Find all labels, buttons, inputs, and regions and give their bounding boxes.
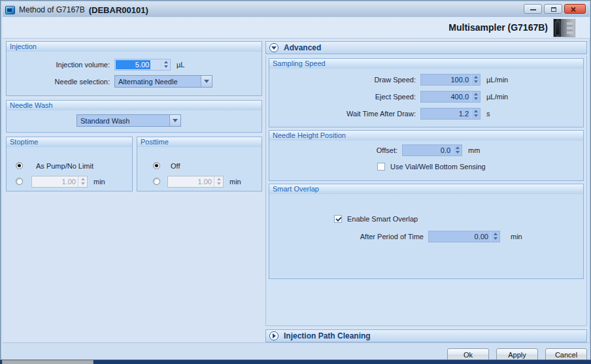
spin-down-icon — [474, 97, 478, 100]
posttime-time-stepper — [214, 176, 223, 187]
needle-height-section: Needle Height Position Offset: 0.0 mm Us… — [269, 130, 584, 181]
advanced-title: Advanced — [284, 43, 321, 52]
offset-value: 0.0 — [403, 145, 452, 156]
draw-speed-value: 100.0 — [421, 74, 471, 85]
spin-up-icon — [81, 178, 85, 180]
eject-speed-input[interactable]: 400.0 — [420, 91, 481, 103]
spin-up-icon — [494, 233, 498, 235]
window-title-id: (DEBAR00101) — [89, 5, 148, 15]
stoptime-aspump-label: As Pump/No Limit — [36, 162, 93, 170]
spin-up-icon — [474, 110, 478, 112]
injection-volume-unit: µL — [177, 61, 184, 69]
stoptime-time-input: 1.00 — [31, 176, 88, 188]
collapse-icon[interactable] — [269, 43, 279, 52]
injection-section-title: Injection — [7, 42, 262, 52]
spin-down-icon — [81, 182, 85, 185]
after-period-input[interactable]: 0.00 — [428, 231, 500, 242]
window-controls — [524, 4, 586, 14]
offset-input[interactable]: 0.0 — [402, 144, 462, 156]
background-window-edge — [2, 360, 93, 364]
apply-button[interactable]: Apply — [496, 348, 538, 360]
posttime-section-title: Posttime — [137, 137, 262, 147]
expand-icon[interactable] — [269, 331, 279, 340]
needle-wash-dropdown[interactable]: Standard Wash — [76, 114, 181, 127]
smart-overlap-section: Smart Overlap Enable Smart Overlap After… — [269, 184, 584, 279]
spin-down-icon — [494, 237, 498, 240]
wait-time-label: Wait Time After Draw: — [273, 110, 416, 118]
injection-volume-input[interactable]: 5.00 — [114, 59, 171, 71]
needle-wash-section-title: Needle Wash — [7, 101, 262, 110]
spin-up-icon — [217, 178, 221, 180]
posttime-off-label: Off — [171, 162, 180, 170]
app-icon — [5, 6, 15, 14]
eject-speed-stepper[interactable] — [471, 91, 480, 102]
needle-selection-dropdown[interactable]: Alternating Needle — [114, 75, 212, 88]
device-header: Multisampler (G7167B) — [3, 17, 590, 39]
stoptime-time-radio[interactable] — [16, 178, 23, 185]
instrument-image — [553, 18, 575, 37]
device-title: Multisampler (G7167B) — [448, 22, 548, 33]
needle-wash-section: Needle Wash Standard Wash — [6, 100, 262, 133]
offset-label: Offset: — [273, 146, 397, 154]
stoptime-unit: min — [93, 178, 105, 186]
maximize-icon — [551, 7, 556, 12]
needle-wash-value: Standard Wash — [77, 117, 169, 125]
wait-time-input[interactable]: 1.2 — [420, 108, 481, 120]
window-title: Method of G7167B — [19, 5, 85, 14]
needle-wash-dropdown-button[interactable] — [169, 115, 180, 126]
advanced-panel: Sampling Speed Draw Speed: 100.0 µL/min … — [265, 56, 587, 326]
stoptime-section-title: Stoptime — [7, 137, 132, 147]
wait-time-unit: s — [486, 110, 490, 118]
draw-speed-stepper[interactable] — [471, 74, 480, 85]
draw-speed-label: Draw Speed: — [273, 76, 416, 84]
ok-button[interactable]: Ok — [447, 348, 489, 360]
spin-up-icon — [456, 146, 460, 149]
stoptime-section: Stoptime As Pump/No Limit 1.00 min — [6, 137, 133, 191]
draw-speed-unit: µL/min — [486, 76, 508, 84]
eject-speed-value: 400.0 — [421, 91, 471, 102]
minimize-button[interactable] — [524, 4, 542, 14]
needle-selection-value: Alternating Needle — [115, 78, 201, 86]
posttime-unit: min — [229, 178, 241, 186]
close-button[interactable] — [564, 4, 586, 14]
injection-section: Injection Injection volume: 5.00 µL Need… — [6, 41, 262, 96]
sampling-speed-title: Sampling Speed — [269, 59, 583, 69]
eject-speed-unit: µL/min — [486, 93, 508, 101]
spin-down-icon — [456, 151, 460, 154]
injection-path-cleaning-expander[interactable]: Injection Path Cleaning — [265, 329, 587, 342]
injection-volume-label: Injection volume: — [10, 61, 110, 69]
stoptime-time-stepper — [78, 176, 87, 187]
after-period-value: 0.00 — [429, 231, 490, 242]
wait-time-value: 1.2 — [421, 108, 471, 119]
chevron-down-icon — [173, 119, 178, 122]
after-period-stepper[interactable] — [490, 231, 499, 242]
enable-smart-overlap-checkbox[interactable] — [334, 215, 342, 223]
maximize-button[interactable] — [544, 4, 562, 14]
bottom-sensing-label: Use Vial/Well Bottom Sensing — [390, 163, 486, 171]
needle-selection-dropdown-button[interactable] — [201, 76, 212, 87]
stoptime-aspump-radio[interactable] — [16, 162, 23, 169]
chevron-down-icon — [204, 80, 209, 83]
advanced-expander[interactable]: Advanced — [265, 41, 587, 54]
after-period-label: After Period of Time — [273, 233, 424, 240]
bottom-sensing-checkbox[interactable] — [377, 163, 385, 171]
spin-down-icon — [474, 80, 478, 83]
footer-bar: Ok Apply Cancel — [3, 342, 590, 360]
stoptime-time-value: 1.00 — [32, 176, 78, 187]
posttime-time-radio[interactable] — [153, 178, 160, 185]
posttime-time-input: 1.00 — [167, 176, 224, 188]
posttime-off-radio[interactable] — [153, 162, 160, 169]
injection-path-cleaning-title: Injection Path Cleaning — [284, 331, 371, 340]
draw-speed-input[interactable]: 100.0 — [420, 74, 481, 86]
posttime-time-value: 1.00 — [168, 176, 214, 187]
cancel-button[interactable]: Cancel — [545, 348, 587, 360]
spin-down-icon — [474, 114, 478, 117]
wait-time-stepper[interactable] — [471, 108, 480, 119]
injection-volume-stepper[interactable] — [161, 59, 170, 70]
smart-overlap-title: Smart Overlap — [269, 184, 583, 194]
sampling-speed-section: Sampling Speed Draw Speed: 100.0 µL/min … — [269, 58, 584, 127]
offset-stepper[interactable] — [452, 145, 462, 156]
title-bar[interactable]: Method of G7167B (DEBAR00101) — [3, 3, 590, 17]
minimize-icon — [530, 9, 536, 10]
eject-speed-label: Eject Speed: — [273, 93, 416, 101]
